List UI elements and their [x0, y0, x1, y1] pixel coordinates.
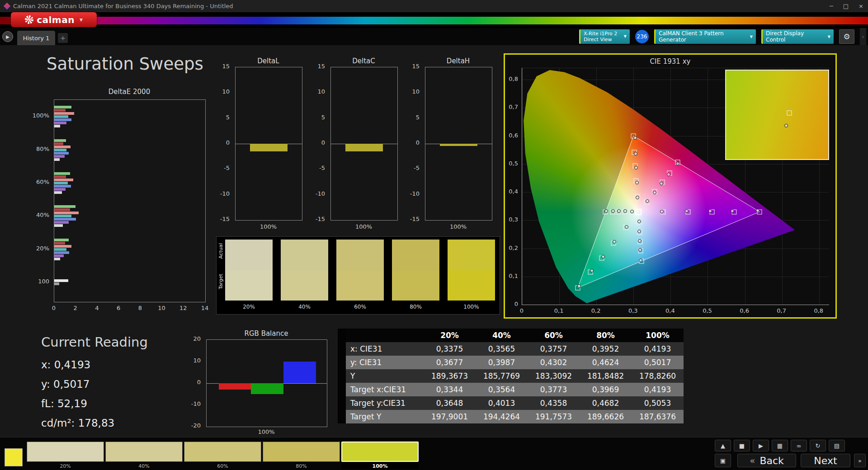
deltal-title: DeltaL	[235, 57, 302, 65]
table-cell: 0,3773	[528, 383, 580, 396]
display-control-dropdown[interactable]: Direct Display Control ▼	[761, 29, 834, 44]
delta-y-tick: 0	[416, 139, 420, 146]
cie-measured-marker	[660, 210, 664, 213]
bottom-swatch-100%[interactable]	[341, 442, 419, 462]
bottom-swatch-label: 80%	[263, 463, 340, 469]
settings-button[interactable]: ⚙	[839, 29, 854, 44]
tab-history-1[interactable]: History 1	[17, 31, 55, 45]
cie-measured-marker	[630, 210, 634, 213]
calman-menu-button[interactable]: calman ▼	[11, 12, 97, 27]
swatch-actual	[448, 240, 495, 270]
cie-x-tick: 0,3	[625, 307, 641, 314]
cie-measured-marker	[685, 209, 689, 213]
deltae-chart-title: DeltaE 2000	[54, 88, 205, 96]
close-button[interactable]: ×	[859, 3, 863, 9]
next-chevron-button[interactable]: »	[854, 454, 866, 467]
chevron-down-icon: ▼	[747, 35, 753, 39]
cie-measured-marker	[634, 166, 638, 169]
table-cell: 0,3565	[476, 342, 528, 356]
table-cell: 0,3375	[424, 342, 476, 356]
swatch-label: 40%	[281, 304, 328, 310]
cie-x-axis: 00,10,20,30,40,50,60,70,8	[522, 307, 829, 315]
deltae-bar-group	[54, 106, 74, 128]
deltah-plot	[425, 67, 492, 221]
deltae-bar	[54, 112, 74, 115]
meter-dropdown[interactable]: X-Rite i1Pro 2 Direct View ▼	[579, 29, 630, 44]
table-header-cell: 60%	[528, 329, 580, 342]
swatch-label: 20%	[225, 304, 273, 310]
delta-y-tick: -5	[319, 164, 325, 171]
cie-y-tick: 0,6	[509, 132, 518, 139]
meter-line1: X-Rite i1Pro 2	[584, 31, 617, 37]
deltae-bar	[54, 149, 66, 151]
deltae-bar	[54, 185, 71, 188]
table-cell: 0,3677	[424, 356, 476, 369]
play-button[interactable]: ▶	[753, 440, 769, 451]
minimize-button[interactable]: ─	[830, 3, 833, 9]
deltae-bar	[54, 242, 65, 244]
rgb-y-tick: 20	[193, 335, 201, 342]
maximize-button[interactable]: □	[843, 3, 849, 9]
transport-controls: ▲ ■ ▶ ▦ ∞ ↻ ▤ ▣ « Back Next »	[709, 437, 868, 470]
status-badge: 236	[635, 30, 649, 43]
play-icon: ▶	[6, 34, 9, 39]
bottom-swatch-label: 100%	[341, 463, 419, 469]
table-row-label: x: CIE31	[346, 342, 424, 356]
table-row-label: Target y:CIE31	[346, 396, 424, 410]
back-label: Back	[760, 455, 783, 466]
cie-measured-marker	[590, 269, 594, 273]
deltae-x-tick: 12	[176, 305, 190, 311]
save-button[interactable]: ▦	[772, 440, 788, 451]
cie-panel-title: CIE 1931 xy	[505, 57, 835, 66]
table-cell: 0,4013	[476, 396, 528, 410]
bottom-swatch-40%[interactable]	[105, 442, 183, 462]
current-reading-title: Current Reading	[41, 334, 148, 350]
deltae-bar	[54, 224, 63, 227]
link-button[interactable]: ∞	[791, 440, 807, 451]
chevron-down-icon: ▼	[825, 35, 830, 39]
rgb-y-tick: 0	[197, 379, 201, 385]
target-row-label: Target	[218, 274, 224, 289]
titlebar: Calman 2021 Calman Ultimate for Business…	[0, 0, 868, 12]
bottom-swatch-20%[interactable]	[27, 442, 104, 462]
deltae-bar	[54, 254, 64, 257]
deltae-bar	[54, 158, 60, 161]
deltah-title: DeltaH	[425, 57, 491, 65]
back-button[interactable]: « Back	[737, 454, 796, 467]
deltae-bar	[54, 142, 63, 145]
deltae-bar	[54, 175, 66, 178]
cie-y-tick: 0,3	[509, 216, 518, 223]
layout-button[interactable]: ▣	[715, 454, 731, 467]
delta-y-tick: 5	[321, 114, 325, 121]
table-cell: 181,8482	[580, 369, 632, 383]
stop-button[interactable]: ■	[734, 440, 750, 451]
bottom-swatch-80%[interactable]	[263, 442, 340, 462]
add-tab-button[interactable]: +	[58, 33, 68, 43]
table-cell: 0,5053	[632, 396, 684, 410]
cie-x-tick: 0,1	[551, 307, 567, 314]
bottom-swatch-60%[interactable]	[184, 442, 261, 462]
deltae-x-tick: 8	[133, 305, 147, 311]
cie-measured-marker	[637, 220, 641, 223]
delta-y-tick: 5	[416, 114, 420, 121]
chevron-down-icon: ▼	[80, 18, 83, 22]
up-button[interactable]: ▲	[715, 440, 731, 451]
deltac-title: DeltaC	[330, 57, 397, 65]
rgb-bar-green	[251, 383, 283, 394]
history-nav-button[interactable]: ▶	[2, 31, 13, 42]
table-cell: 0,3344	[424, 383, 476, 396]
deltae-bar	[54, 208, 70, 211]
cie-y-axis: 0,80,70,60,50,40,30,20,10	[505, 68, 520, 305]
refresh-button[interactable]: ↻	[810, 440, 826, 451]
app-window: Calman 2021 Calman Ultimate for Business…	[0, 0, 868, 470]
pattern-generator-dropdown[interactable]: CalMAN Client 3 Pattern Generator ▼	[654, 29, 756, 44]
cie-y-tick: 0,1	[509, 273, 518, 279]
collapse-panel-button[interactable]: ‹	[860, 28, 866, 45]
report-button[interactable]: ▤	[829, 440, 845, 451]
bottom-swatch-label: 60%	[184, 463, 261, 469]
next-button[interactable]: Next	[801, 454, 850, 467]
actual-row-label: Actual	[218, 243, 224, 258]
table-cell: 0,4193	[632, 342, 684, 356]
window-title: Calman 2021 Calman Ultimate for Business…	[13, 3, 233, 9]
cie-measured-marker	[637, 230, 641, 233]
